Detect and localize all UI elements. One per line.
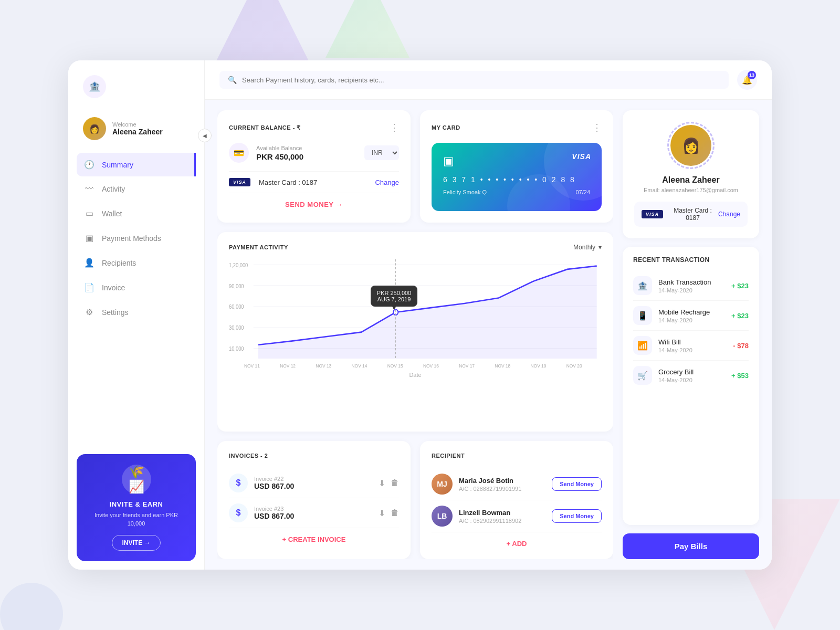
sidebar-item-payment-methods[interactable]: ▣ Payment Methods [77, 226, 196, 250]
send-money-button-2[interactable]: Send Money [552, 509, 602, 523]
chart-wrapper: 1,20,000 90,000 60,000 30,000 10,000 [229, 259, 602, 370]
invoice-icon: 📄 [84, 282, 94, 292]
transaction-item-1: 🏦 Bank Transaction 14-May-2020 + $23 [633, 271, 749, 301]
transactions-card: RECENT TRANSACTION 🏦 Bank Transaction 14… [623, 247, 759, 525]
search-icon: 🔍 [228, 76, 237, 84]
txn-date: 14-May-2020 [658, 347, 727, 353]
x-axis-label: Date [229, 372, 602, 378]
recipient-account: A/C : 028882719901991 [459, 486, 545, 492]
invoice-number: Invoice #22 [254, 476, 372, 482]
bank-icon: 🏦 [633, 276, 652, 295]
send-money-button-1[interactable]: Send Money [552, 477, 602, 491]
period-selector[interactable]: Monthly ▾ [573, 244, 602, 251]
user-name: Aleena Zaheer [112, 128, 163, 136]
search-container: 🔍 [219, 71, 729, 89]
svg-text:NOV 16: NOV 16 [423, 363, 439, 369]
download-icon[interactable]: ⬇ [379, 508, 385, 518]
invoice-item-2: $ Invoice #23 USD 867.00 ⬇ 🗑 [229, 498, 399, 528]
top-cards: CURRENT BALANCE - ₹ ⋮ 💳 Available Balanc… [217, 110, 613, 223]
txn-date: 14-May-2020 [658, 287, 725, 293]
invoice-amount: USD 867.00 [254, 512, 372, 520]
welcome-text: Welcome [112, 121, 163, 128]
bottom-cards: INVOICES - 2 $ Invoice #22 USD 867.00 ⬇ … [217, 441, 613, 559]
sidebar-item-settings[interactable]: ⚙ Settings [77, 300, 196, 324]
sidebar-item-recipients[interactable]: 👤 Recipients [77, 251, 196, 275]
card-expiry: 07/24 [575, 189, 590, 195]
delete-icon[interactable]: 🗑 [391, 478, 399, 488]
transaction-item-2: 📱 Mobile Recharge 14-May-2020 + $23 [633, 301, 749, 331]
chart-title: PAYMENT ACTIVITY [229, 244, 288, 250]
balance-card: CURRENT BALANCE - ₹ ⋮ 💳 Available Balanc… [217, 110, 411, 223]
invoices-title: INVOICES - 2 [229, 453, 268, 459]
card-number: Master Card : 0187 [259, 178, 317, 186]
add-recipient-button[interactable]: + ADD [432, 532, 602, 548]
create-invoice-button[interactable]: + CREATE INVOICE [229, 528, 399, 543]
invite-button[interactable]: INVITE → [112, 535, 160, 551]
right-panel: 👩 Aleena Zaheer Email: aleenazaheer175@g… [623, 110, 759, 559]
credit-card: ▣ VISA 6 3 7 1 • • • • • • • • 0 2 8 8 F… [432, 143, 602, 211]
delete-icon[interactable]: 🗑 [391, 508, 399, 518]
invoice-number: Invoice #23 [254, 506, 372, 512]
balance-card-title: CURRENT BALANCE - ₹ [229, 124, 301, 131]
card-brand: VISA [572, 152, 591, 161]
sidebar-item-wallet[interactable]: ▭ Wallet [77, 202, 196, 225]
invite-card: 🌾📈 INVITE & EARN Invite your friends and… [77, 454, 196, 561]
txn-amount: - $78 [733, 342, 749, 350]
pay-bills-button[interactable]: Pay Bills [623, 533, 759, 559]
txn-date: 14-May-2020 [658, 317, 725, 323]
svg-text:NOV 17: NOV 17 [459, 363, 475, 369]
sidebar-item-activity[interactable]: 〰 Activity [77, 177, 196, 201]
collapse-button[interactable]: ◀ [198, 129, 212, 142]
wifi-icon: 📶 [633, 336, 652, 355]
sidebar-item-label: Settings [102, 308, 129, 317]
invite-title: INVITE & EARN [87, 500, 185, 508]
svg-text:1,20,000: 1,20,000 [229, 262, 248, 268]
my-card-menu-icon[interactable]: ⋮ [592, 122, 602, 133]
transaction-item-3: 📶 Wifi Bill 14-May-2020 - $78 [633, 331, 749, 361]
svg-text:NOV 12: NOV 12 [280, 363, 296, 369]
sidebar-item-summary[interactable]: 🕐 Summary [77, 153, 196, 176]
sidebar-item-label: Wallet [102, 209, 122, 218]
profile-card-number: Master Card : 0187 [667, 207, 718, 222]
my-card-container: MY CARD ⋮ ▣ VISA 6 3 7 1 • • • • • • • •… [420, 110, 613, 223]
recipient-name: Linzell Bowman [459, 509, 545, 517]
dashboard-body: CURRENT BALANCE - ₹ ⋮ 💳 Available Balanc… [205, 100, 772, 570]
sidebar-item-label: Recipients [102, 259, 136, 267]
send-money-button[interactable]: SEND MONEY → [229, 201, 399, 208]
mobile-icon: 📱 [633, 306, 652, 325]
profile-avatar: 👩 [670, 125, 711, 166]
profile-visa-badge: VISA [642, 210, 663, 218]
change-card-link[interactable]: Change [375, 178, 399, 186]
txn-amount: + $53 [731, 372, 749, 380]
invoices-card: INVOICES - 2 $ Invoice #22 USD 867.00 ⬇ … [217, 441, 411, 559]
recipient-name: Maria José Botin [459, 477, 545, 485]
svg-text:60,000: 60,000 [229, 304, 244, 310]
recipient-title: RECIPIENT [432, 453, 465, 459]
sidebar-item-label: Payment Methods [102, 234, 161, 243]
sidebar-item-invoice[interactable]: 📄 Invoice [77, 276, 196, 299]
download-icon[interactable]: ⬇ [379, 478, 385, 488]
profile-change-link[interactable]: Change [718, 211, 740, 218]
my-card-title: MY CARD [432, 124, 460, 131]
invite-icon: 🌾📈 [122, 465, 151, 494]
svg-text:NOV 11: NOV 11 [244, 363, 260, 369]
notification-button[interactable]: 🔔 13 [737, 70, 757, 90]
recipient-avatar: LB [432, 506, 453, 527]
currency-selector[interactable]: INR USD PKR [364, 145, 399, 160]
profile-card: 👩 Aleena Zaheer Email: aleenazaheer175@g… [623, 110, 759, 238]
nav-menu: 🕐 Summary 〰 Activity ▭ Wallet ▣ Payment … [68, 153, 204, 446]
invoice-item-1: $ Invoice #22 USD 867.00 ⬇ 🗑 [229, 468, 399, 498]
app-container: 🏦 ◀ 👩 Welcome Aleena Zaheer 🕐 Summary 〰 … [68, 60, 772, 570]
balance-menu-icon[interactable]: ⋮ [390, 122, 399, 133]
recipient-item-2: LB Linzell Bowman A/C : 082902991118902 … [432, 500, 602, 532]
txn-name: Mobile Recharge [658, 308, 725, 316]
settings-icon: ⚙ [84, 307, 94, 317]
main-content: 🔍 🔔 13 CURRENT BALANCE - ₹ [205, 60, 772, 570]
search-input[interactable] [242, 76, 720, 84]
svg-text:NOV 20: NOV 20 [566, 363, 582, 369]
svg-text:NOV 19: NOV 19 [531, 363, 547, 369]
svg-text:NOV 15: NOV 15 [387, 363, 403, 369]
transaction-item-4: 🛒 Grocery Bill 14-May-2020 + $53 [633, 361, 749, 390]
transactions-title: RECENT TRANSACTION [633, 256, 749, 264]
card-number-display: 6 3 7 1 • • • • • • • • 0 2 8 8 [443, 175, 590, 184]
